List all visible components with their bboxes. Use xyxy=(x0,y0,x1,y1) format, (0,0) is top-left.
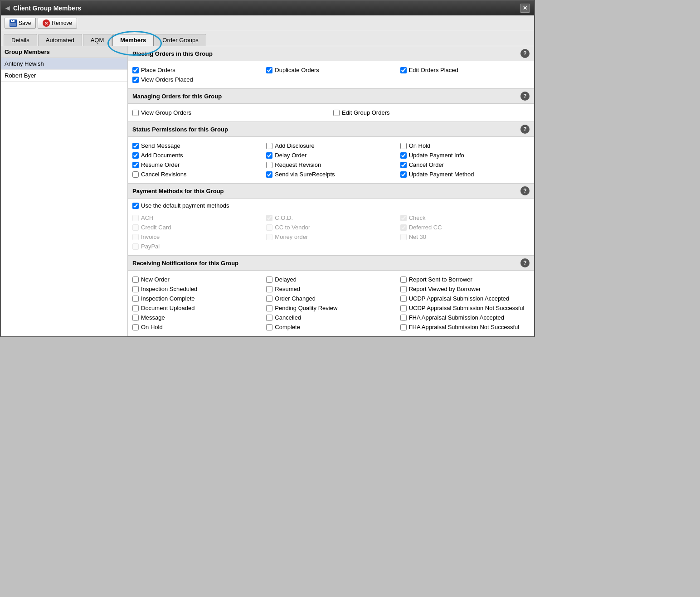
resume-order-checkbox[interactable] xyxy=(132,162,139,168)
update-payment-info-checkbox[interactable] xyxy=(400,152,407,159)
check-checkbox[interactable] xyxy=(400,215,407,221)
place-orders-checkbox[interactable] xyxy=(132,67,139,73)
checkbox-update-payment-method: Update Payment Method xyxy=(400,171,530,178)
document-uploaded-checkbox[interactable] xyxy=(132,305,139,311)
fha-not-successful-checkbox[interactable] xyxy=(400,324,407,330)
save-icon xyxy=(10,19,17,27)
use-default-payment-checkbox[interactable] xyxy=(132,203,139,209)
invoice-checkbox[interactable] xyxy=(132,234,139,240)
checkbox-resumed: Resumed xyxy=(266,286,395,292)
fha-accepted-checkbox[interactable] xyxy=(400,315,407,321)
status-permissions-help-icon[interactable]: ? xyxy=(520,125,530,134)
update-payment-method-checkbox[interactable] xyxy=(400,171,407,178)
net-30-checkbox[interactable] xyxy=(400,234,407,240)
checkbox-on-hold-notif: On Hold xyxy=(132,324,262,330)
cancelled-checkbox[interactable] xyxy=(266,315,272,321)
request-revision-checkbox[interactable] xyxy=(266,162,272,168)
resumed-checkbox[interactable] xyxy=(266,286,272,292)
checkbox-view-group-orders: View Group Orders xyxy=(132,109,329,116)
remove-button[interactable]: ✕ Remove xyxy=(38,18,77,29)
checkbox-check: Check xyxy=(400,214,530,221)
tab-members[interactable]: Members xyxy=(112,34,154,46)
checkbox-ach: ACH xyxy=(132,214,262,221)
order-changed-checkbox[interactable] xyxy=(266,296,272,302)
deferred-cc-checkbox[interactable] xyxy=(400,224,407,231)
ucdp-accepted-checkbox[interactable] xyxy=(400,296,407,302)
report-viewed-borrower-checkbox[interactable] xyxy=(400,286,407,292)
window-title: Client Group Members xyxy=(13,5,81,12)
send-message-checkbox[interactable] xyxy=(132,143,139,149)
managing-orders-header: Managing Orders for this Group ? xyxy=(128,89,534,104)
payment-methods-body: Use the default payment methods ACH C.O.… xyxy=(128,199,534,255)
status-permissions-header: Status Permissions for this Group ? xyxy=(128,122,534,137)
status-permissions-body: Send Message Add Disclosure On Hold xyxy=(128,137,534,183)
edit-group-orders-checkbox[interactable] xyxy=(333,110,340,116)
checkbox-send-via-surereceipts: Send via SureReceipts xyxy=(266,171,395,178)
new-order-checkbox[interactable] xyxy=(132,277,139,283)
delayed-checkbox[interactable] xyxy=(266,277,272,283)
close-button[interactable]: ✕ xyxy=(520,4,530,13)
on-hold-checkbox[interactable] xyxy=(400,143,407,149)
payment-methods-header: Payment Methods for this Group ? xyxy=(128,184,534,199)
message-checkbox[interactable] xyxy=(132,315,139,321)
notifications-grid: New Order Delayed Report Sent to Borrowe… xyxy=(132,274,530,332)
cod-checkbox[interactable] xyxy=(266,215,272,221)
back-arrow-icon[interactable]: ◀ xyxy=(5,5,10,11)
complete-checkbox[interactable] xyxy=(266,324,272,330)
status-permissions-section: Status Permissions for this Group ? Send… xyxy=(128,122,534,184)
checkbox-on-hold: On Hold xyxy=(400,142,530,149)
group-members-header: Group Members xyxy=(1,46,127,58)
on-hold-notif-checkbox[interactable] xyxy=(132,324,139,330)
checkbox-fha-accepted: FHA Appraisal Submission Accepted xyxy=(400,314,530,321)
checkbox-place-orders: Place Orders xyxy=(132,67,262,73)
delay-order-checkbox[interactable] xyxy=(266,152,272,159)
cancel-revisions-checkbox[interactable] xyxy=(132,171,139,178)
tab-order-groups[interactable]: Order Groups xyxy=(155,34,206,46)
payment-methods-help-icon[interactable]: ? xyxy=(520,186,530,195)
checkbox-report-viewed-borrower: Report Viewed by Borrower xyxy=(400,286,530,292)
checkbox-add-disclosure: Add Disclosure xyxy=(266,142,395,149)
member-robert-byer[interactable]: Robert Byer xyxy=(1,70,127,82)
placing-orders-header: Placing Orders in this Group ? xyxy=(128,46,534,61)
save-button[interactable]: Save xyxy=(5,18,36,29)
inspection-scheduled-checkbox[interactable] xyxy=(132,286,139,292)
ucdp-not-successful-checkbox[interactable] xyxy=(400,305,407,311)
add-documents-checkbox[interactable] xyxy=(132,152,139,159)
cc-to-vendor-checkbox[interactable] xyxy=(266,224,272,231)
view-orders-placed-checkbox[interactable] xyxy=(132,77,139,83)
duplicate-orders-checkbox[interactable] xyxy=(266,67,272,73)
member-antony-hewish[interactable]: Antony Hewish xyxy=(1,58,127,70)
credit-card-checkbox[interactable] xyxy=(132,224,139,231)
checkbox-cc-to-vendor: CC to Vendor xyxy=(266,224,395,231)
remove-icon: ✕ xyxy=(43,19,50,27)
inspection-complete-checkbox[interactable] xyxy=(132,296,139,302)
edit-orders-placed-checkbox[interactable] xyxy=(400,67,407,73)
checkbox-edit-orders-placed: Edit Orders Placed xyxy=(400,67,530,73)
notifications-help-icon[interactable]: ? xyxy=(520,258,530,267)
managing-orders-grid: View Group Orders Edit Group Orders xyxy=(132,107,530,118)
checkbox-credit-card: Credit Card xyxy=(132,224,262,231)
report-sent-borrower-checkbox[interactable] xyxy=(400,277,407,283)
checkbox-ucdp-accepted: UCDP Appraisal Submission Accepted xyxy=(400,295,530,302)
managing-orders-help-icon[interactable]: ? xyxy=(520,92,530,101)
money-order-checkbox[interactable] xyxy=(266,234,272,240)
placing-orders-help-icon[interactable]: ? xyxy=(520,49,530,58)
pending-quality-review-checkbox[interactable] xyxy=(266,305,272,311)
tab-details[interactable]: Details xyxy=(4,34,37,46)
main-window: ◀ Client Group Members ✕ Save ✕ Remove D… xyxy=(0,0,535,337)
checkbox-add-documents: Add Documents xyxy=(132,152,262,159)
view-group-orders-checkbox[interactable] xyxy=(132,110,139,116)
checkbox-duplicate-orders: Duplicate Orders xyxy=(266,67,395,73)
tab-aqm[interactable]: AQM xyxy=(83,34,112,46)
checkbox-message: Message xyxy=(132,314,262,321)
checkbox-edit-group-orders: Edit Group Orders xyxy=(333,109,530,116)
checkbox-cancel-order: Cancel Order xyxy=(400,161,530,168)
status-permissions-grid: Send Message Add Disclosure On Hold xyxy=(132,141,530,180)
tab-automated[interactable]: Automated xyxy=(38,34,82,46)
ach-checkbox[interactable] xyxy=(132,215,139,221)
send-via-surereceipts-checkbox[interactable] xyxy=(266,171,272,178)
add-disclosure-checkbox[interactable] xyxy=(266,143,272,149)
cancel-order-checkbox[interactable] xyxy=(400,162,407,168)
paypal-checkbox[interactable] xyxy=(132,243,139,250)
main-content: Group Members Antony Hewish Robert Byer … xyxy=(1,46,534,336)
